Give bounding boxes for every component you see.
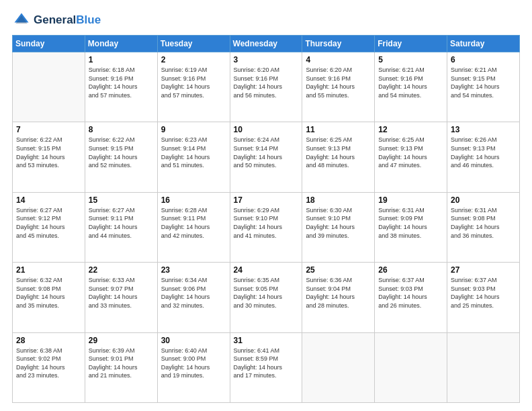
calendar-cell: 19Sunrise: 6:31 AMSunset: 9:09 PMDayligh…	[375, 192, 447, 262]
cell-info: Sunrise: 6:25 AMSunset: 9:13 PMDaylight:…	[306, 136, 371, 169]
week-row-4: 21Sunrise: 6:32 AMSunset: 9:08 PMDayligh…	[13, 263, 520, 332]
day-number: 12	[378, 125, 443, 134]
cell-info: Sunrise: 6:37 AMSunset: 9:03 PMDaylight:…	[451, 276, 516, 310]
calendar-cell: 2Sunrise: 6:19 AMSunset: 9:16 PMDaylight…	[157, 52, 230, 122]
day-number: 5	[378, 55, 443, 64]
weekday-header-saturday: Saturday	[447, 36, 520, 52]
calendar-cell: 25Sunrise: 6:36 AMSunset: 9:04 PMDayligh…	[302, 263, 375, 332]
logo: GeneralBlue	[12, 11, 101, 30]
page: GeneralBlue SundayMondayTuesdayWednesday…	[0, 0, 532, 411]
calendar-cell: 24Sunrise: 6:35 AMSunset: 9:05 PMDayligh…	[230, 263, 302, 332]
calendar-cell: 10Sunrise: 6:24 AMSunset: 9:14 PMDayligh…	[230, 122, 302, 192]
weekday-header-sunday: Sunday	[13, 36, 85, 52]
calendar-cell: 16Sunrise: 6:28 AMSunset: 9:11 PMDayligh…	[157, 192, 230, 262]
cell-info: Sunrise: 6:37 AMSunset: 9:03 PMDaylight:…	[378, 276, 443, 310]
calendar-cell: 20Sunrise: 6:31 AMSunset: 9:08 PMDayligh…	[447, 192, 520, 262]
day-number: 31	[234, 336, 299, 345]
calendar-cell: 28Sunrise: 6:38 AMSunset: 9:02 PMDayligh…	[13, 332, 85, 402]
week-row-2: 7Sunrise: 6:22 AMSunset: 9:15 PMDaylight…	[13, 122, 520, 192]
cell-info: Sunrise: 6:22 AMSunset: 9:15 PMDaylight:…	[89, 136, 154, 169]
calendar-cell: 17Sunrise: 6:29 AMSunset: 9:10 PMDayligh…	[230, 192, 302, 262]
cell-info: Sunrise: 6:22 AMSunset: 9:15 PMDaylight:…	[16, 136, 81, 169]
cell-info: Sunrise: 6:32 AMSunset: 9:08 PMDaylight:…	[16, 276, 81, 310]
cell-info: Sunrise: 6:20 AMSunset: 9:16 PMDaylight:…	[306, 66, 371, 99]
week-row-3: 14Sunrise: 6:27 AMSunset: 9:12 PMDayligh…	[13, 192, 520, 262]
calendar-cell: 9Sunrise: 6:23 AMSunset: 9:14 PMDaylight…	[157, 122, 230, 192]
calendar-cell: 31Sunrise: 6:41 AMSunset: 8:59 PMDayligh…	[230, 332, 302, 402]
weekday-header-row: SundayMondayTuesdayWednesdayThursdayFrid…	[13, 36, 520, 52]
cell-info: Sunrise: 6:31 AMSunset: 9:08 PMDaylight:…	[451, 206, 516, 240]
calendar-cell: 5Sunrise: 6:21 AMSunset: 9:16 PMDaylight…	[375, 52, 447, 122]
day-number: 30	[161, 336, 226, 345]
day-number: 6	[451, 55, 516, 64]
cell-info: Sunrise: 6:20 AMSunset: 9:16 PMDaylight:…	[234, 66, 299, 99]
cell-info: Sunrise: 6:28 AMSunset: 9:11 PMDaylight:…	[161, 206, 226, 240]
day-number: 2	[161, 55, 226, 64]
calendar-cell: 12Sunrise: 6:25 AMSunset: 9:13 PMDayligh…	[375, 122, 447, 192]
day-number: 1	[89, 55, 154, 64]
cell-info: Sunrise: 6:26 AMSunset: 9:13 PMDaylight:…	[451, 136, 516, 169]
day-number: 27	[451, 265, 516, 275]
calendar-cell	[13, 52, 85, 122]
cell-info: Sunrise: 6:41 AMSunset: 8:59 PMDaylight:…	[234, 347, 299, 380]
day-number: 19	[378, 195, 443, 205]
day-number: 21	[16, 265, 81, 275]
calendar-cell: 26Sunrise: 6:37 AMSunset: 9:03 PMDayligh…	[375, 263, 447, 332]
cell-info: Sunrise: 6:35 AMSunset: 9:05 PMDaylight:…	[234, 276, 299, 310]
calendar-cell: 8Sunrise: 6:22 AMSunset: 9:15 PMDaylight…	[85, 122, 157, 192]
cell-info: Sunrise: 6:36 AMSunset: 9:04 PMDaylight:…	[306, 276, 371, 310]
cell-info: Sunrise: 6:19 AMSunset: 9:16 PMDaylight:…	[161, 66, 226, 99]
weekday-header-friday: Friday	[375, 36, 447, 52]
day-number: 3	[234, 55, 299, 64]
cell-info: Sunrise: 6:21 AMSunset: 9:16 PMDaylight:…	[378, 66, 443, 99]
day-number: 10	[234, 125, 299, 134]
calendar-cell: 3Sunrise: 6:20 AMSunset: 9:16 PMDaylight…	[230, 52, 302, 122]
day-number: 4	[306, 55, 371, 64]
week-row-5: 28Sunrise: 6:38 AMSunset: 9:02 PMDayligh…	[13, 332, 520, 402]
calendar-cell: 18Sunrise: 6:30 AMSunset: 9:10 PMDayligh…	[302, 192, 375, 262]
calendar-table: SundayMondayTuesdayWednesdayThursdayFrid…	[12, 35, 520, 403]
day-number: 18	[306, 195, 371, 205]
calendar-cell: 1Sunrise: 6:18 AMSunset: 9:16 PMDaylight…	[85, 52, 157, 122]
cell-info: Sunrise: 6:31 AMSunset: 9:09 PMDaylight:…	[378, 206, 443, 240]
cell-info: Sunrise: 6:27 AMSunset: 9:12 PMDaylight:…	[16, 206, 81, 240]
cell-info: Sunrise: 6:29 AMSunset: 9:10 PMDaylight:…	[234, 206, 299, 240]
day-number: 23	[161, 265, 226, 275]
calendar-cell: 22Sunrise: 6:33 AMSunset: 9:07 PMDayligh…	[85, 263, 157, 332]
cell-info: Sunrise: 6:27 AMSunset: 9:11 PMDaylight:…	[89, 206, 154, 240]
cell-info: Sunrise: 6:18 AMSunset: 9:16 PMDaylight:…	[89, 66, 154, 99]
week-row-1: 1Sunrise: 6:18 AMSunset: 9:16 PMDaylight…	[13, 52, 520, 122]
day-number: 22	[89, 265, 154, 275]
calendar-cell: 14Sunrise: 6:27 AMSunset: 9:12 PMDayligh…	[13, 192, 85, 262]
calendar-cell: 29Sunrise: 6:39 AMSunset: 9:01 PMDayligh…	[85, 332, 157, 402]
calendar-cell: 13Sunrise: 6:26 AMSunset: 9:13 PMDayligh…	[447, 122, 520, 192]
day-number: 17	[234, 195, 299, 205]
logo-icon	[12, 11, 31, 30]
header: GeneralBlue	[12, 11, 520, 30]
calendar-cell: 30Sunrise: 6:40 AMSunset: 9:00 PMDayligh…	[157, 332, 230, 402]
weekday-header-tuesday: Tuesday	[157, 36, 230, 52]
calendar-cell	[447, 332, 520, 402]
day-number: 20	[451, 195, 516, 205]
day-number: 11	[306, 125, 371, 134]
day-number: 24	[234, 265, 299, 275]
cell-info: Sunrise: 6:39 AMSunset: 9:01 PMDaylight:…	[89, 347, 154, 380]
calendar-cell: 4Sunrise: 6:20 AMSunset: 9:16 PMDaylight…	[302, 52, 375, 122]
weekday-header-wednesday: Wednesday	[230, 36, 302, 52]
cell-info: Sunrise: 6:24 AMSunset: 9:14 PMDaylight:…	[234, 136, 299, 169]
cell-info: Sunrise: 6:40 AMSunset: 9:00 PMDaylight:…	[161, 347, 226, 380]
day-number: 26	[378, 265, 443, 275]
day-number: 16	[161, 195, 226, 205]
day-number: 8	[89, 125, 154, 134]
cell-info: Sunrise: 6:25 AMSunset: 9:13 PMDaylight:…	[378, 136, 443, 169]
day-number: 29	[89, 336, 154, 345]
calendar-cell	[302, 332, 375, 402]
calendar-cell: 11Sunrise: 6:25 AMSunset: 9:13 PMDayligh…	[302, 122, 375, 192]
cell-info: Sunrise: 6:38 AMSunset: 9:02 PMDaylight:…	[16, 347, 81, 380]
calendar-cell: 7Sunrise: 6:22 AMSunset: 9:15 PMDaylight…	[13, 122, 85, 192]
day-number: 28	[16, 336, 81, 345]
calendar-cell: 23Sunrise: 6:34 AMSunset: 9:06 PMDayligh…	[157, 263, 230, 332]
calendar-cell: 6Sunrise: 6:21 AMSunset: 9:15 PMDaylight…	[447, 52, 520, 122]
cell-info: Sunrise: 6:34 AMSunset: 9:06 PMDaylight:…	[161, 276, 226, 310]
calendar-cell: 15Sunrise: 6:27 AMSunset: 9:11 PMDayligh…	[85, 192, 157, 262]
